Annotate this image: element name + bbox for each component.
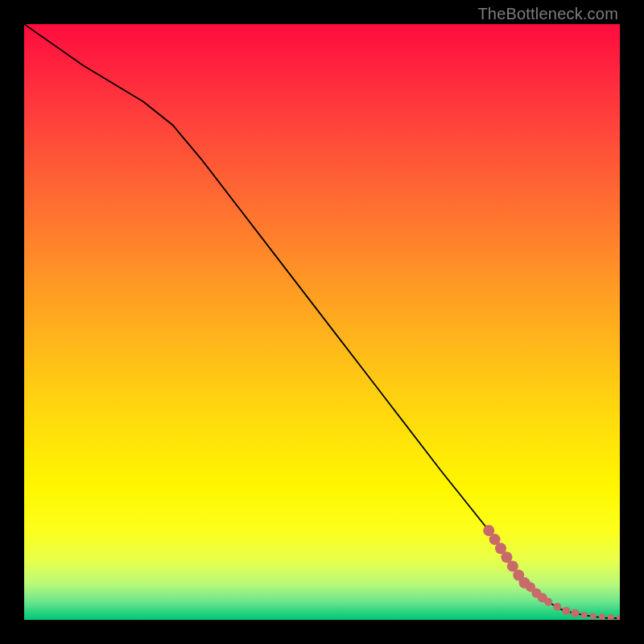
data-marker <box>572 609 580 617</box>
data-marker <box>599 613 605 620</box>
data-marker <box>544 598 552 606</box>
data-marker <box>590 613 597 620</box>
data-marker <box>562 607 570 615</box>
plot-area <box>24 24 620 620</box>
data-marker <box>608 614 614 620</box>
marker-group <box>483 525 620 620</box>
chart-frame: TheBottleneck.com <box>0 0 644 644</box>
watermark-text: TheBottleneck.com <box>477 5 618 23</box>
bottleneck-curve <box>24 24 620 618</box>
data-marker <box>553 603 561 611</box>
data-marker <box>581 612 588 618</box>
chart-overlay <box>24 24 620 620</box>
data-marker <box>617 615 620 620</box>
